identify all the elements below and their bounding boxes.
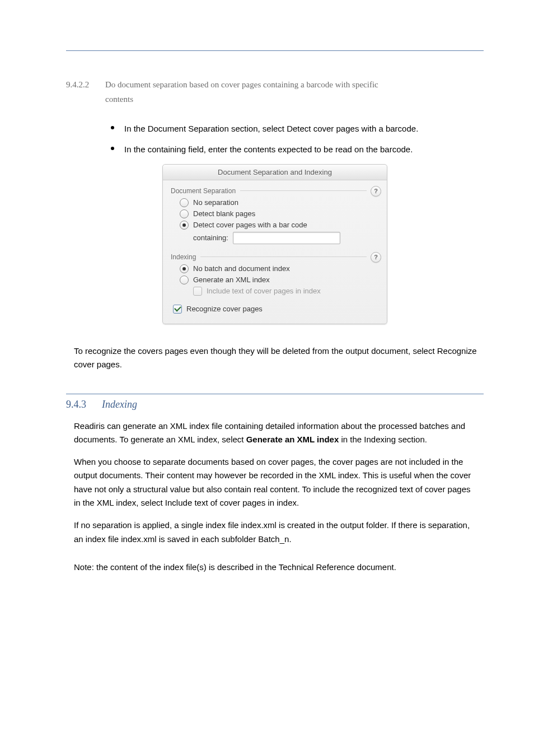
containing-row: containing: bbox=[193, 232, 379, 244]
radio-label: Detect blank pages bbox=[193, 209, 255, 218]
top-separator bbox=[66, 50, 484, 51]
subsection-title: Do document separation based on cover pa… bbox=[105, 78, 484, 106]
paragraph: If no separation is applied, a single in… bbox=[74, 519, 479, 546]
radio-icon bbox=[180, 276, 189, 284]
list-item: In the Document Separation section, sele… bbox=[111, 122, 484, 135]
checkbox-include-text: Include text of cover pages in index bbox=[193, 287, 379, 296]
radio-label: No batch and document index bbox=[193, 264, 290, 273]
group-label-text: Document Separation bbox=[171, 187, 236, 195]
checkbox-label: Include text of cover pages in index bbox=[207, 287, 321, 295]
section-title: Indexing bbox=[102, 399, 137, 410]
radio-detect-blank[interactable]: Detect blank pages bbox=[180, 209, 379, 218]
section-number: 9.4.3 bbox=[66, 399, 86, 410]
subsection-heading: 9.4.2.2 Do document separation based on … bbox=[66, 78, 484, 106]
radio-icon bbox=[180, 221, 189, 230]
bullet-icon bbox=[111, 147, 114, 150]
checkbox-icon bbox=[193, 287, 202, 296]
checkbox-recognize-cover[interactable]: Recognize cover pages bbox=[173, 305, 379, 314]
document-separation-group: Document Separation ? No separation Dete… bbox=[171, 187, 379, 244]
bullet-icon bbox=[111, 126, 114, 129]
list-item-text: In the containing field, enter the conte… bbox=[124, 143, 413, 156]
radio-detect-barcode[interactable]: Detect cover pages with a bar code bbox=[180, 221, 379, 230]
radio-label: Generate an XML index bbox=[193, 276, 270, 284]
section-heading: 9.4.3 Indexing bbox=[66, 399, 484, 410]
subsection-number: 9.4.2.2 bbox=[66, 78, 100, 106]
radio-icon bbox=[180, 264, 189, 273]
instruction-list: In the Document Separation section, sele… bbox=[111, 122, 484, 156]
containing-input[interactable] bbox=[233, 232, 340, 244]
help-icon[interactable]: ? bbox=[371, 186, 381, 197]
group-divider bbox=[200, 256, 367, 257]
post-screenshot-note: To recognize the covers pages even thoug… bbox=[74, 344, 479, 371]
paragraph: When you choose to separate documents ba… bbox=[74, 455, 479, 510]
checkbox-label: Recognize cover pages bbox=[186, 305, 263, 313]
list-item-text: In the Document Separation section, sele… bbox=[124, 122, 418, 135]
radio-label: Detect cover pages with a bar code bbox=[193, 221, 307, 229]
checkbox-icon bbox=[173, 305, 182, 314]
radio-label: No separation bbox=[193, 198, 238, 207]
help-icon[interactable]: ? bbox=[371, 252, 381, 263]
radio-no-separation[interactable]: No separation bbox=[180, 198, 379, 207]
dialog-screenshot: Document Separation and Indexing Documen… bbox=[162, 164, 387, 324]
dialog-title: Document Separation and Indexing bbox=[163, 165, 387, 180]
paragraph: Readiris can generate an XML index file … bbox=[74, 419, 479, 447]
section-separator bbox=[66, 394, 484, 394]
list-item: In the containing field, enter the conte… bbox=[111, 143, 484, 156]
indexing-group: Indexing ? No batch and document index G… bbox=[171, 253, 379, 296]
radio-icon bbox=[180, 198, 189, 207]
group-divider bbox=[240, 190, 367, 191]
radio-generate-xml[interactable]: Generate an XML index bbox=[180, 276, 379, 284]
paragraph-note: Note: the content of the index file(s) i… bbox=[74, 561, 479, 574]
group-label-text: Indexing bbox=[171, 253, 196, 261]
radio-no-index[interactable]: No batch and document index bbox=[180, 264, 379, 273]
radio-icon bbox=[180, 209, 189, 218]
containing-label: containing: bbox=[193, 234, 228, 242]
